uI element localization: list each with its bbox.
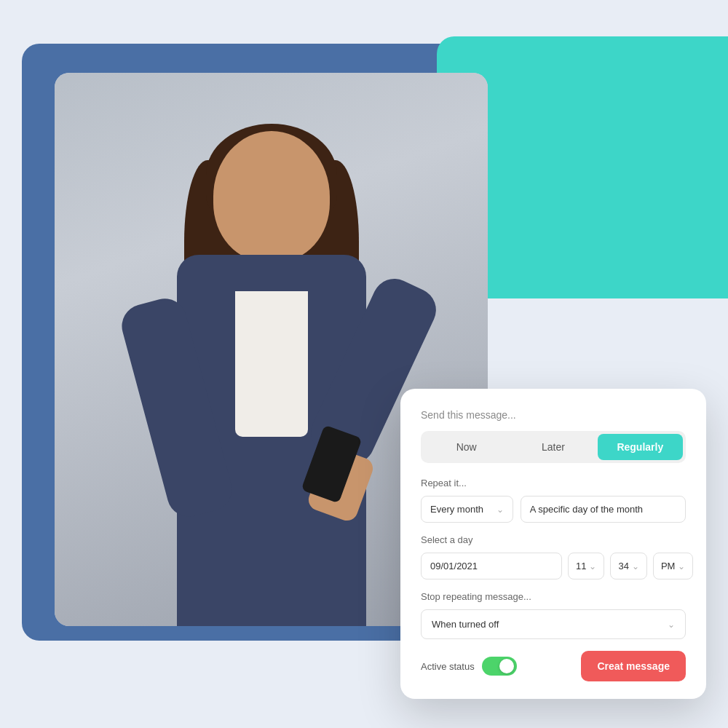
- hour-chevron-icon: ⌄: [589, 561, 596, 571]
- date-input[interactable]: [421, 553, 562, 579]
- active-toggle[interactable]: [482, 657, 517, 676]
- hour-select[interactable]: 11 ⌄: [568, 553, 604, 579]
- tab-regularly[interactable]: Regularly: [598, 434, 683, 460]
- toggle-knob: [499, 659, 514, 673]
- tab-now[interactable]: Now: [424, 434, 509, 460]
- day-label: Select a day: [421, 534, 686, 545]
- day-type-select[interactable]: A specific day of the month: [521, 496, 686, 523]
- repeat-label: Repeat it...: [421, 478, 686, 488]
- stop-label: Stop repeating message...: [421, 591, 686, 602]
- active-status-group: Active status: [421, 657, 517, 676]
- minute-select[interactable]: 34 ⌄: [610, 553, 646, 579]
- create-message-button[interactable]: Creat message: [581, 651, 686, 681]
- person-head: [213, 131, 330, 262]
- date-row: 11 ⌄ 34 ⌄ PM ⌄: [421, 553, 686, 579]
- frequency-chevron-icon: ⌄: [496, 505, 504, 515]
- frequency-value: Every month: [430, 504, 483, 515]
- period-select[interactable]: PM ⌄: [653, 553, 694, 579]
- hour-value: 11: [576, 561, 586, 571]
- person-shirt: [235, 291, 308, 437]
- tab-group: Now Later Regularly: [421, 431, 686, 463]
- bottom-row: Active status Creat message: [421, 651, 686, 681]
- tab-later[interactable]: Later: [510, 434, 596, 460]
- repeat-select-row: Every month ⌄ A specific day of the mont…: [421, 496, 686, 523]
- person-figure: [104, 116, 439, 626]
- form-card: Send this message... Now Later Regularly…: [400, 389, 706, 699]
- minute-value: 34: [618, 561, 628, 571]
- send-label: Send this message...: [421, 409, 686, 421]
- stop-value: When turned off: [432, 619, 499, 630]
- day-type-value: A specific day of the month: [530, 504, 643, 515]
- minute-chevron-icon: ⌄: [632, 561, 639, 571]
- active-status-label: Active status: [421, 661, 475, 672]
- stop-chevron-icon: ⌄: [668, 620, 675, 630]
- frequency-select[interactable]: Every month ⌄: [421, 496, 513, 523]
- period-value: PM: [661, 561, 676, 571]
- period-chevron-icon: ⌄: [678, 561, 685, 571]
- scene: Send this message... Now Later Regularly…: [0, 0, 728, 728]
- stop-select[interactable]: When turned off ⌄: [421, 609, 686, 639]
